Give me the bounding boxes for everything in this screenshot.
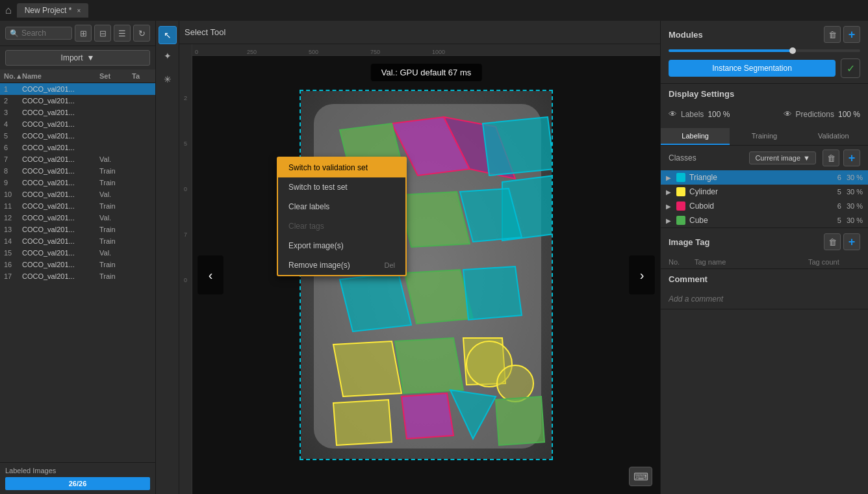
file-row[interactable]: 3 COCO_val201...: [0, 107, 155, 118]
svg-marker-13: [395, 338, 463, 393]
image-filter-btn[interactable]: ⊞: [75, 25, 92, 42]
import-chevron-icon: ▼: [87, 53, 95, 62]
file-row-num: 17: [4, 272, 22, 280]
file-row[interactable]: 5 COCO_val201...: [0, 130, 155, 142]
class-item[interactable]: ▶ Cuboid 6 30 %: [661, 199, 868, 213]
file-list-header: No.▲ Name Set Ta: [0, 70, 155, 83]
tab-training[interactable]: Training: [730, 128, 798, 145]
file-row[interactable]: 11 COCO_val201... Train: [0, 200, 155, 212]
class-color-swatch: [676, 216, 685, 225]
file-row[interactable]: 15 COCO_val201... Val.: [0, 247, 155, 259]
file-row[interactable]: 9 COCO_val201... Train: [0, 177, 155, 188]
import-label: Import: [61, 53, 83, 62]
context-menu-item[interactable]: Remove image(s) Del: [278, 255, 405, 275]
file-row-set: Train: [99, 272, 132, 280]
file-row[interactable]: 4 COCO_val201...: [0, 118, 155, 130]
classes-delete-btn[interactable]: 🗑: [823, 150, 839, 166]
class-item[interactable]: ▶ Cube 5 30 %: [661, 213, 868, 228]
filter-btn[interactable]: ⊟: [94, 25, 111, 42]
keyboard-shortcut-btn[interactable]: ⌨: [629, 467, 652, 486]
home-icon[interactable]: ⌂: [5, 5, 12, 16]
tab-labeling[interactable]: Labeling: [661, 128, 730, 145]
class-name-label: Cube: [689, 216, 837, 225]
context-menu-item[interactable]: Export image(s): [278, 236, 405, 255]
file-row[interactable]: 7 COCO_val201... Val.: [0, 153, 155, 165]
col-set: Set: [99, 72, 132, 80]
class-expand-icon[interactable]: ▶: [666, 174, 676, 181]
polygon-tool-btn[interactable]: ✦: [159, 47, 177, 65]
comment-content: [661, 289, 868, 309]
module-confirm-btn[interactable]: ✓: [841, 58, 860, 78]
canvas-inner: 0 250 500 750 1000 Val.: GPU default 67 …: [192, 44, 660, 494]
file-row[interactable]: 12 COCO_val201... Val.: [0, 212, 155, 224]
file-row[interactable]: 6 COCO_val201...: [0, 142, 155, 153]
list-btn[interactable]: ☰: [114, 25, 131, 42]
class-item[interactable]: ▶ Triangle 6 30 %: [661, 170, 868, 185]
classes-add-btn[interactable]: +: [843, 150, 860, 166]
file-row-num: 2: [4, 97, 22, 105]
class-name-label: Triangle: [689, 173, 837, 182]
file-row[interactable]: 14 COCO_val201... Train: [0, 235, 155, 247]
class-expand-icon[interactable]: ▶: [666, 203, 676, 210]
ruler-vertical: 2 5 0 7 0: [179, 44, 192, 494]
modules-actions: 🗑 +: [824, 26, 860, 43]
predictions-eye-icon[interactable]: 👁: [784, 109, 792, 119]
class-item[interactable]: ▶ Cylinder 5 30 %: [661, 185, 868, 199]
modules-header: Modules 🗑 +: [661, 21, 868, 48]
instance-segmentation-btn[interactable]: Instance Segmentation: [669, 60, 836, 77]
context-menu-item[interactable]: Switch to validation set: [278, 158, 405, 177]
file-row-name: COCO_val201...: [22, 167, 99, 175]
menu-item-label: Export image(s): [288, 241, 344, 250]
menu-shortcut: Del: [384, 261, 395, 269]
search-icon: 🔍: [10, 29, 19, 38]
file-row[interactable]: 2 COCO_val201...: [0, 95, 155, 107]
context-menu-item[interactable]: Clear labels: [278, 197, 405, 216]
class-expand-icon[interactable]: ▶: [666, 188, 676, 196]
svg-point-16: [497, 365, 533, 402]
image-tag-delete-btn[interactable]: 🗑: [824, 233, 841, 250]
file-row[interactable]: 13 COCO_val201... Train: [0, 224, 155, 235]
tab-validation[interactable]: Validation: [799, 128, 868, 145]
tab-close-icon[interactable]: ×: [77, 7, 81, 14]
search-input[interactable]: [21, 29, 68, 38]
next-image-btn[interactable]: ›: [629, 255, 655, 294]
class-expand-icon[interactable]: ▶: [666, 217, 676, 224]
file-row[interactable]: 1 COCO_val201...: [0, 83, 155, 95]
modules-delete-btn[interactable]: 🗑: [824, 26, 841, 43]
select-tool-btn[interactable]: ↖: [159, 26, 177, 44]
file-row-num: 8: [4, 167, 22, 175]
labels-eye-icon[interactable]: 👁: [669, 109, 677, 119]
file-row[interactable]: 10 COCO_val201... Val.: [0, 188, 155, 200]
canvas-main[interactable]: Val.: GPU default 67 ms ‹ ›: [192, 56, 660, 494]
import-button[interactable]: Import ▼: [5, 50, 150, 66]
file-row-name: COCO_val201...: [22, 202, 99, 210]
file-row[interactable]: 17 COCO_val201... Train: [0, 270, 155, 282]
file-row[interactable]: 8 COCO_val201... Train: [0, 165, 155, 177]
file-row-name: COCO_val201...: [22, 132, 99, 140]
refresh-btn[interactable]: ↻: [133, 25, 150, 42]
class-color-swatch: [676, 187, 685, 196]
prev-image-btn[interactable]: ‹: [198, 255, 223, 294]
slider[interactable]: [669, 49, 860, 52]
magic-tool-btn[interactable]: ✳: [159, 70, 177, 88]
modules-add-btn[interactable]: +: [843, 26, 860, 43]
project-tab[interactable]: New Project * ×: [17, 3, 89, 18]
right-panel: Modules 🗑 + Instance Segmentation ✓: [660, 21, 868, 494]
class-count-label: 5: [837, 216, 841, 224]
comment-section: Comment: [661, 269, 868, 309]
svg-marker-17: [402, 393, 453, 439]
canvas-area: Select Tool 2 5 0 7 0 0 250 500: [179, 21, 660, 494]
file-row-num: 16: [4, 261, 22, 268]
image-tag-add-btn[interactable]: +: [843, 233, 860, 250]
predictions-pct: 100 %: [838, 110, 860, 119]
slider-thumb[interactable]: [789, 47, 796, 54]
file-row[interactable]: 16 COCO_val201... Train: [0, 259, 155, 270]
tool-strip: ↖ ✦ ✳: [156, 21, 179, 494]
file-row-set: Train: [99, 167, 132, 175]
current-image-dropdown[interactable]: Current image ▼: [749, 151, 816, 164]
comment-input[interactable]: [669, 294, 860, 304]
titlebar: ⌂ New Project * ×: [0, 0, 868, 21]
context-menu-item[interactable]: Switch to test set: [278, 177, 405, 197]
class-name-label: Cuboid: [689, 202, 837, 211]
labels-label: Labels: [681, 110, 704, 119]
